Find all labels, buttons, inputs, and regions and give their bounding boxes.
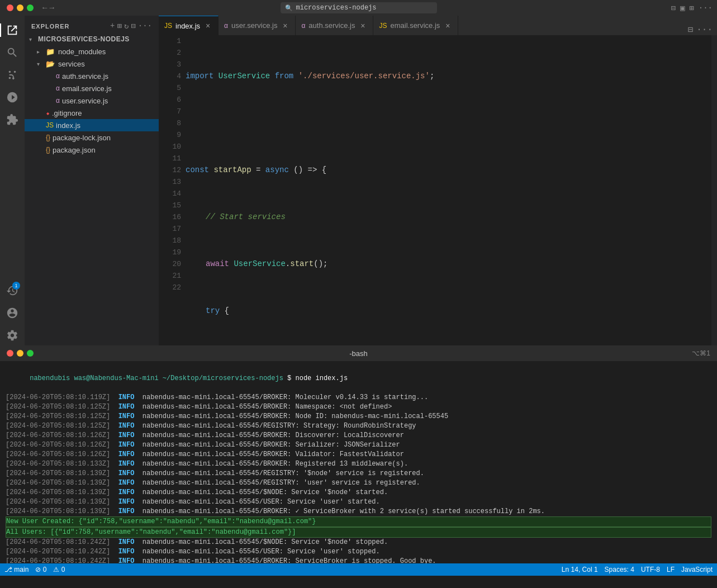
terminal-window-controls[interactable]	[7, 350, 34, 357]
email-service-label: email.service.js	[62, 84, 112, 93]
sidebar-item-auth-service[interactable]: α auth.service.js	[25, 70, 159, 82]
tab-label-index: index.js	[175, 22, 200, 30]
navigation[interactable]: ← →	[34, 3, 54, 12]
remote-icon[interactable]: 1	[2, 281, 22, 301]
terminal-shortcut: ⌥⌘1	[692, 349, 710, 357]
settings-icon[interactable]	[2, 325, 22, 345]
error-count[interactable]: ⊘ 0	[35, 566, 46, 573]
sidebar-item-package-lock[interactable]: {} package-lock.json	[25, 131, 159, 144]
file-icon-auth: α	[56, 72, 60, 80]
activity-bar: 1	[0, 16, 25, 345]
more-icon[interactable]: ···	[699, 3, 713, 13]
ln-12: 12	[163, 164, 181, 176]
package-json-label: package.json	[53, 146, 96, 154]
split-editor-icon[interactable]: ⊟	[688, 24, 694, 35]
sidebar-item-user-service[interactable]: α user.service.js	[25, 94, 159, 107]
notification-badge: 1	[12, 282, 20, 290]
more-icon[interactable]: ···	[696, 25, 713, 35]
ln-22: 22	[163, 282, 181, 293]
extensions-icon[interactable]	[2, 110, 22, 130]
file-icon-email: α	[56, 84, 60, 92]
code-content[interactable]: import UserService from './services/user…	[186, 35, 711, 345]
encoding[interactable]: UTF-8	[641, 566, 660, 573]
file-icon-user: α	[56, 97, 60, 105]
new-file-icon[interactable]: +	[110, 21, 115, 31]
ln-9: 9	[163, 129, 181, 141]
terminal-maximize-button[interactable]	[27, 350, 34, 357]
minimap	[711, 35, 717, 345]
folder-icon: 📁	[46, 48, 56, 56]
ln-18: 18	[163, 235, 181, 246]
search-icon: 🔍	[285, 4, 293, 12]
sidebar-item-email-service[interactable]: α email.service.js	[25, 82, 159, 94]
code-editor[interactable]: 1 2 3 4 5 6 7 8 9 10 11 12 13 14 15 16 1…	[159, 35, 717, 345]
maximize-button[interactable]	[27, 4, 34, 11]
git-branch[interactable]: ⎇ main	[4, 566, 29, 573]
terminal-minimize-button[interactable]	[17, 350, 23, 357]
accounts-icon[interactable]	[2, 303, 22, 323]
tab-email-service[interactable]: JS email.service.js ×	[373, 16, 458, 35]
run-debug-icon[interactable]	[2, 87, 22, 107]
term-log-9: [2024-06-20T05:08:10.139Z] INFO nabendus…	[6, 469, 711, 478]
spaces[interactable]: Spaces: 4	[605, 566, 634, 573]
tab-close-auth[interactable]: ×	[358, 21, 367, 30]
search-icon[interactable]	[2, 42, 22, 63]
ln-21: 21	[163, 270, 181, 282]
term-log-7: [2024-06-20T05:08:10.126Z] INFO nabendus…	[6, 450, 711, 459]
line-col[interactable]: Ln 14, Col 1	[562, 566, 598, 573]
tab-close-email[interactable]: ×	[443, 21, 452, 30]
sidebar-item-gitignore[interactable]: ⬥ .gitignore	[25, 107, 159, 119]
editor-controls[interactable]: ⊟ ···	[683, 24, 717, 35]
source-control-icon[interactable]	[2, 65, 22, 85]
warning-count[interactable]: ⚠ 0	[53, 566, 65, 573]
sidebar-item-services[interactable]: ▾ 📂 services	[25, 58, 159, 70]
tab-index-js[interactable]: JS index.js ×	[159, 16, 219, 35]
terminal-body[interactable]: nabendubis was@Nabendus-Mac-mini ~/Deskt…	[0, 361, 717, 563]
back-arrow[interactable]: ←	[42, 3, 47, 12]
tree-root[interactable]: ▾ MICROSERVICES-NODEJS	[25, 33, 159, 45]
terminal-command: $ node index.js	[283, 374, 348, 382]
sidebar-title: EXPLORER	[31, 23, 70, 30]
split-editor-icon[interactable]: ⊟	[671, 3, 675, 13]
collapse-icon[interactable]: ⊟	[131, 21, 135, 31]
code-line-1: import UserService from './services/user…	[186, 70, 702, 82]
refresh-icon[interactable]: ↻	[124, 21, 129, 31]
chevron-down-icon: ▾	[37, 61, 46, 67]
tab-icon-index: JS	[164, 22, 172, 30]
terminal-close-button[interactable]	[7, 350, 13, 357]
new-folder-icon[interactable]: ⊞	[117, 21, 121, 31]
line-ending[interactable]: LF	[667, 566, 675, 573]
term-log-after-2: [2024-06-20T05:08:10.242Z] INFO nabendus…	[6, 547, 711, 557]
forward-arrow[interactable]: →	[49, 3, 54, 12]
ln-14: 14	[163, 188, 181, 200]
search-bar[interactable]: 🔍 microservices-nodejs	[281, 2, 437, 13]
more-options-icon[interactable]: ···	[138, 21, 152, 31]
package-lock-label: package-lock.json	[53, 134, 111, 142]
file-icon-package-lock: {}	[46, 134, 50, 141]
sidebar-item-node-modules[interactable]: ▸ 📁 node_modules	[25, 45, 159, 58]
tab-auth-service[interactable]: α auth.service.js ×	[296, 16, 373, 35]
tab-close-user[interactable]: ×	[281, 21, 289, 30]
tab-close-index[interactable]: ×	[203, 21, 212, 30]
chevron-down-icon: ▾	[29, 36, 38, 42]
titlebar: ← → 🔍 microservices-nodejs ⊟ ▣ ⊞ ···	[0, 0, 717, 16]
term-log-after-3: [2024-06-20T05:08:10.242Z] INFO nabendus…	[6, 557, 711, 563]
minimize-button[interactable]	[17, 4, 23, 11]
index-label: index.js	[56, 121, 80, 130]
panel-icon[interactable]: ⊞	[689, 3, 694, 13]
sidebar-item-index[interactable]: JS index.js	[25, 119, 159, 131]
layout-icon[interactable]: ▣	[680, 3, 685, 13]
term-log-5: [2024-06-20T05:08:10.126Z] INFO nabendus…	[6, 431, 711, 440]
sidebar-item-package-json[interactable]: {} package.json	[25, 144, 159, 156]
code-line-4: // Start services	[186, 211, 702, 223]
close-button[interactable]	[7, 4, 13, 11]
tab-user-service[interactable]: α user.service.js ×	[219, 16, 296, 35]
sidebar-actions[interactable]: + ⊞ ↻ ⊟ ···	[110, 21, 152, 31]
window-controls[interactable]	[0, 4, 34, 11]
tab-bar: JS index.js × α user.service.js × α auth…	[159, 16, 717, 35]
file-icon-package-json: {}	[46, 146, 50, 154]
explorer-icon[interactable]	[2, 20, 22, 40]
language-mode[interactable]: JavaScript	[681, 566, 713, 573]
ln-10: 10	[163, 141, 181, 153]
ln-17: 17	[163, 223, 181, 235]
